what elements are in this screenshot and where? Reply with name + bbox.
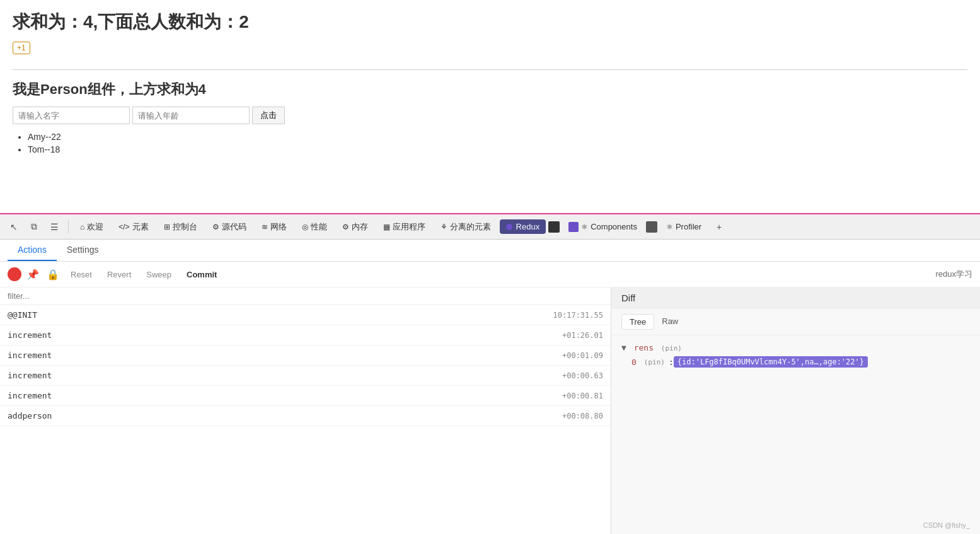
diff-index: 0 bbox=[631, 357, 637, 367]
redux-panel: Actions Settings 📌 🔒 Reset Revert Sweep … bbox=[0, 240, 980, 534]
nav-separate-label: 分离的元素 bbox=[450, 221, 491, 233]
nav-sources-label: 源代码 bbox=[222, 221, 246, 233]
devtools-bar: ↖ ⧉ ☰ ⌂ 欢迎 </> 元素 ⊞ 控制台 ⚙ 源代码 ≋ 网络 ◎ 性能 … bbox=[0, 214, 980, 240]
nav-sources[interactable]: ⚙ 源代码 bbox=[206, 219, 253, 235]
nav-welcome[interactable]: ⌂ 欢迎 bbox=[74, 219, 110, 235]
more-icon[interactable]: + bbox=[710, 218, 728, 236]
diff-value-highlight: {id:'LFg8fIBq0UMvVlcmn4Y-5',na…,age:'22'… bbox=[674, 356, 868, 368]
expand-arrow-icon[interactable]: ▼ bbox=[621, 343, 626, 352]
diff-tab-raw[interactable]: Raw bbox=[654, 314, 686, 330]
action-item[interactable]: @@INIT 10:17:31.55 bbox=[0, 305, 611, 325]
nav-profiler-label: Profiler bbox=[676, 222, 701, 231]
diff-panel: Diff Tree Raw ▼ rens (pin) 0 (pin) : {id… bbox=[611, 287, 980, 534]
action-name: increment bbox=[8, 391, 52, 400]
app-title: 求和为：4,下面总人数和为：2 bbox=[13, 10, 967, 34]
nav-components[interactable]: ⚛ Components bbox=[562, 219, 643, 235]
action-item[interactable]: increment +00:00.63 bbox=[0, 366, 611, 386]
click-button[interactable]: 点击 bbox=[252, 107, 285, 124]
action-item[interactable]: increment +01:26.01 bbox=[0, 325, 611, 345]
tab-settings[interactable]: Settings bbox=[57, 240, 109, 261]
sweep-button[interactable]: Sweep bbox=[140, 267, 178, 282]
profiler-icon: ⚛ bbox=[666, 223, 673, 231]
action-name: increment bbox=[8, 330, 52, 340]
age-input[interactable] bbox=[132, 107, 250, 124]
action-time: 10:17:31.55 bbox=[553, 311, 603, 320]
person-inputs: 点击 bbox=[13, 107, 967, 124]
nav-components-label: Components bbox=[591, 222, 637, 231]
diff-tabs: Tree Raw bbox=[611, 309, 980, 335]
inspect-icon[interactable]: ↖ bbox=[5, 218, 23, 236]
nav-elements-label: 元素 bbox=[132, 221, 149, 233]
network-icon: ≋ bbox=[262, 223, 268, 231]
nav-application[interactable]: ▦ 应用程序 bbox=[377, 219, 432, 235]
components-color-box bbox=[568, 222, 579, 232]
performance-icon: ◎ bbox=[302, 223, 308, 231]
components-icon: ⚛ bbox=[581, 223, 588, 231]
commit-button[interactable]: Commit bbox=[180, 267, 223, 282]
nav-network[interactable]: ≋ 网络 bbox=[255, 219, 293, 235]
nav-elements[interactable]: </> 元素 bbox=[112, 219, 154, 235]
panel-toolbar: 📌 🔒 Reset Revert Sweep Commit redux学习 bbox=[0, 262, 980, 287]
console-icon: ⊞ bbox=[164, 223, 170, 231]
nav-memory[interactable]: ⚙ 内存 bbox=[336, 219, 374, 235]
nav-application-label: 应用程序 bbox=[393, 221, 425, 233]
memory-icon: ⚙ bbox=[342, 223, 349, 231]
lock-icon[interactable]: 🔒 bbox=[44, 265, 62, 283]
action-item[interactable]: increment +00:00.81 bbox=[0, 386, 611, 406]
app-content: 求和为：4,下面总人数和为：2 +1 我是Person组件，上方求和为4 点击 … bbox=[0, 0, 980, 214]
reset-button[interactable]: Reset bbox=[64, 267, 98, 282]
diff-item-pin: (pin) bbox=[644, 358, 665, 366]
action-item[interactable]: addperson +00:08.80 bbox=[0, 406, 611, 426]
filter-input[interactable] bbox=[0, 287, 611, 305]
elements-icon: </> bbox=[118, 223, 129, 231]
revert-button[interactable]: Revert bbox=[101, 267, 137, 282]
nav-profiler[interactable]: ⚛ Profiler bbox=[660, 219, 708, 234]
nav-redux-label: Redux bbox=[516, 222, 540, 231]
home-icon: ⌂ bbox=[80, 223, 84, 231]
diff-header: Diff bbox=[611, 287, 980, 309]
action-name: increment bbox=[8, 371, 52, 380]
copy-icon[interactable]: ⧉ bbox=[25, 218, 43, 236]
action-name: addperson bbox=[8, 411, 52, 421]
diff-key-rens: rens bbox=[634, 343, 654, 352]
record-button[interactable] bbox=[8, 267, 21, 281]
separator bbox=[68, 221, 69, 233]
name-input[interactable] bbox=[13, 107, 130, 124]
action-name: increment bbox=[8, 351, 52, 360]
action-list: @@INIT 10:17:31.55 increment +01:26.01 i… bbox=[0, 287, 611, 534]
page-footer: CSDN @fishy_ bbox=[923, 521, 970, 529]
redux-dot-icon bbox=[506, 224, 512, 230]
separate-icon: ⚘ bbox=[441, 223, 447, 231]
nav-console-label: 控制台 bbox=[173, 221, 197, 233]
project-name: redux学习 bbox=[935, 269, 972, 280]
panel-tabs: Actions Settings bbox=[0, 240, 980, 262]
nav-separate[interactable]: ⚘ 分离的元素 bbox=[434, 219, 497, 235]
plus-one-badge: +1 bbox=[13, 42, 30, 54]
action-time: +00:00.63 bbox=[562, 371, 603, 380]
action-name: @@INIT bbox=[8, 310, 37, 320]
nav-network-label: 网络 bbox=[270, 221, 287, 233]
panel-main: @@INIT 10:17:31.55 increment +01:26.01 i… bbox=[0, 287, 980, 534]
diff-value-row: 0 (pin) : {id:'LFg8fIBq0UMvVlcmn4Y-5',na… bbox=[631, 356, 970, 368]
action-time: +00:00.81 bbox=[562, 392, 603, 400]
action-time: +00:01.09 bbox=[562, 351, 603, 360]
colon-separator: : bbox=[669, 357, 674, 367]
diff-content: ▼ rens (pin) 0 (pin) : {id:'LFg8fIBq0UMv… bbox=[611, 335, 980, 534]
redux-color-box bbox=[548, 221, 560, 233]
nav-performance[interactable]: ◎ 性能 bbox=[296, 219, 333, 235]
layers-icon[interactable]: ☰ bbox=[45, 218, 63, 236]
person-list: Amy--22 Tom--18 bbox=[13, 132, 967, 154]
action-time: +00:08.80 bbox=[562, 412, 603, 421]
nav-performance-label: 性能 bbox=[311, 221, 327, 233]
pin-icon[interactable]: 📌 bbox=[24, 265, 42, 283]
diff-tab-tree[interactable]: Tree bbox=[621, 314, 654, 330]
tab-actions[interactable]: Actions bbox=[8, 240, 57, 261]
nav-console[interactable]: ⊞ 控制台 bbox=[158, 219, 204, 235]
divider bbox=[13, 69, 967, 70]
application-icon: ▦ bbox=[383, 223, 390, 231]
nav-redux[interactable]: Redux bbox=[500, 219, 546, 234]
action-item[interactable]: increment +00:01.09 bbox=[0, 345, 611, 366]
nav-memory-label: 内存 bbox=[352, 221, 368, 233]
list-item: Tom--18 bbox=[28, 144, 967, 154]
footer-text: CSDN @fishy_ bbox=[923, 521, 970, 529]
